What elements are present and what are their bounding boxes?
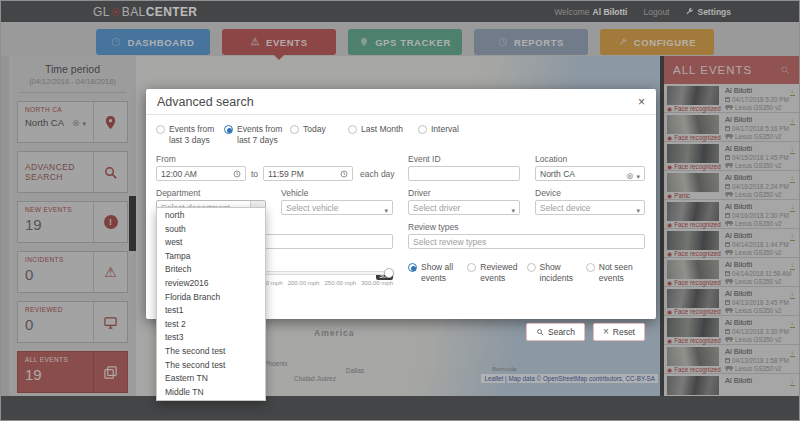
department-dropdown: north south west Tampa Britech review201… bbox=[156, 207, 266, 401]
dropdown-option[interactable]: Tampa bbox=[157, 250, 265, 264]
radio-last-month[interactable]: Last Month bbox=[348, 124, 418, 146]
search-button[interactable]: Search bbox=[526, 323, 585, 341]
dropdown-option[interactable]: review2016 bbox=[157, 277, 265, 291]
radio-interval[interactable]: Interval bbox=[418, 124, 478, 146]
radio-icon bbox=[290, 125, 299, 134]
dropdown-option[interactable]: Middle TN bbox=[157, 386, 265, 400]
radio-reviewed-events[interactable]: Reviewed events bbox=[467, 262, 526, 284]
slider-tick-label: 200.00 mph bbox=[288, 280, 320, 286]
clear-icon[interactable] bbox=[626, 165, 634, 183]
reset-button[interactable]: Reset bbox=[593, 323, 645, 341]
radio-icon bbox=[348, 125, 357, 134]
dropdown-option[interactable]: test1 bbox=[157, 304, 265, 318]
slider-tick-label: 250.00 mph bbox=[324, 280, 356, 286]
dropdown-option[interactable]: Eastern TN bbox=[157, 372, 265, 386]
dropdown-option[interactable]: Britech bbox=[157, 263, 265, 277]
device-select[interactable] bbox=[535, 200, 645, 215]
chevron-down-icon bbox=[381, 199, 388, 217]
review-types-label: Review types bbox=[408, 222, 645, 232]
location-select[interactable] bbox=[535, 166, 645, 181]
event-id-input[interactable] bbox=[408, 166, 520, 181]
dropdown-option[interactable]: north bbox=[157, 209, 265, 223]
dropdown-option[interactable]: test 2 bbox=[157, 318, 265, 332]
chevron-down-icon bbox=[633, 165, 640, 183]
each-day-label: each day bbox=[360, 169, 395, 179]
radio-not-seen-events[interactable]: Not seen events bbox=[586, 262, 645, 284]
show-radio-group: Show all events Reviewed events Show inc… bbox=[408, 256, 645, 284]
driver-label: Driver bbox=[408, 188, 520, 198]
clock-icon bbox=[233, 170, 241, 178]
app-window: GL BAL CENTER WelcomeAl Bilotti Logout S… bbox=[0, 0, 800, 421]
radio-icon bbox=[467, 263, 476, 272]
to-time-input[interactable] bbox=[263, 166, 353, 181]
radio-today[interactable]: Today bbox=[290, 124, 348, 146]
driver-select[interactable] bbox=[408, 200, 520, 215]
radio-icon-selected bbox=[224, 125, 233, 134]
dropdown-option[interactable]: west bbox=[157, 236, 265, 250]
period-radio-group: Events from last 3 days Events from last… bbox=[156, 124, 646, 146]
dropdown-option[interactable]: The second test bbox=[157, 345, 265, 359]
device-label: Device bbox=[535, 188, 645, 198]
dropdown-option[interactable]: south bbox=[157, 223, 265, 237]
dropdown-option[interactable]: Florida Branch bbox=[157, 291, 265, 305]
close-icon bbox=[603, 327, 609, 337]
from-time-input[interactable] bbox=[156, 166, 246, 181]
location-label: Location bbox=[535, 154, 645, 164]
radio-icon bbox=[527, 263, 536, 272]
clock-icon bbox=[340, 170, 348, 178]
radio-show-incidents[interactable]: Show incidents bbox=[527, 262, 586, 284]
modal-title: Advanced search bbox=[157, 95, 254, 109]
dropdown-option[interactable]: The second test bbox=[157, 359, 265, 373]
chevron-down-icon bbox=[508, 199, 515, 217]
to-label: to bbox=[251, 169, 258, 179]
radio-show-all-events[interactable]: Show all events bbox=[408, 262, 467, 284]
radio-icon-selected bbox=[408, 263, 417, 272]
radio-icon bbox=[156, 125, 165, 134]
radio-events-last-7-days[interactable]: Events from last 7 days bbox=[224, 124, 290, 146]
slider-tick-label: 300.00 mph bbox=[361, 280, 393, 286]
department-label: Department bbox=[156, 188, 266, 198]
radio-events-last-3-days[interactable]: Events from last 3 days bbox=[156, 124, 224, 146]
dropdown-option[interactable]: test3 bbox=[157, 331, 265, 345]
radio-icon bbox=[418, 125, 427, 134]
event-id-label: Event ID bbox=[408, 154, 520, 164]
vehicle-label: Vehicle bbox=[281, 188, 393, 198]
review-types-input[interactable] bbox=[408, 234, 645, 249]
close-icon[interactable]: × bbox=[638, 96, 645, 108]
from-label: From bbox=[156, 154, 393, 164]
vehicle-select[interactable] bbox=[281, 200, 393, 215]
radio-icon bbox=[586, 263, 595, 272]
chevron-down-icon bbox=[633, 199, 640, 217]
search-icon bbox=[536, 328, 544, 336]
